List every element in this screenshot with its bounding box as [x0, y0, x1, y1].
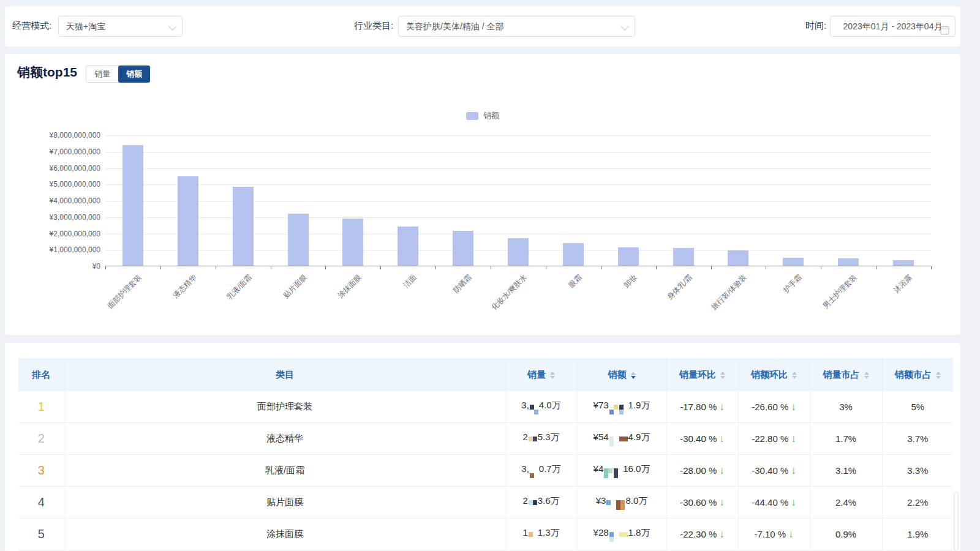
cell-volume-mom: -30.60 %↓ — [666, 487, 738, 519]
value-text: 5.3万 — [538, 432, 560, 442]
table-vertical-scrollbar[interactable] — [954, 492, 959, 551]
date-range-picker[interactable]: 2023年01月 - 2023年04月 — [830, 16, 956, 37]
sort-control[interactable] — [550, 372, 555, 379]
cell-rank: 5 — [18, 519, 64, 550]
censored-mosaic — [609, 532, 618, 542]
date-range-value: 2023年01月 - 2023年04月 — [843, 21, 943, 31]
chevron-down-icon — [168, 23, 176, 31]
x-axis-label: 眼霜 — [567, 272, 584, 290]
cell-amount: ¥544.9万 — [577, 423, 666, 455]
bar[interactable] — [288, 214, 309, 266]
cell-amount-share: 3.7% — [882, 423, 953, 455]
gridline — [105, 152, 931, 152]
rank-number: 3 — [38, 463, 45, 477]
percent-text: -22.80 % — [752, 433, 788, 444]
bar[interactable] — [893, 260, 914, 266]
mosaic-cell — [530, 468, 534, 473]
x-axis-tick — [435, 266, 436, 269]
bar[interactable] — [123, 145, 143, 266]
bar[interactable] — [453, 231, 473, 266]
percent-text: -44.40 % — [752, 497, 788, 508]
gridline — [105, 217, 931, 218]
sort-descending-icon — [631, 376, 636, 379]
y-axis-tick-label: ¥6,000,000,000 — [9, 164, 100, 173]
time-label: 时间: — [805, 20, 826, 32]
sort-control[interactable] — [864, 372, 869, 379]
sort-control[interactable] — [792, 372, 797, 379]
x-axis-label: 涂抹面膜 — [336, 272, 364, 301]
sort-control[interactable] — [631, 372, 636, 379]
x-axis-tick — [656, 266, 657, 269]
mosaic-cell — [534, 405, 538, 410]
mosaic-cell — [529, 441, 533, 446]
bar[interactable] — [783, 258, 804, 266]
mosaic-cell — [529, 500, 533, 505]
mosaic-cell — [616, 505, 620, 510]
business-mode-value: 天猫+淘宝 — [66, 21, 105, 31]
y-axis-tick-label: ¥1,000,000,000 — [9, 246, 100, 254]
chart-legend[interactable]: 销额 — [5, 110, 960, 121]
rank-number: 5 — [38, 527, 45, 541]
mosaic-cell — [619, 437, 624, 441]
column-header-排名: 排名 — [18, 358, 64, 391]
mosaic-cell — [619, 441, 624, 446]
column-header-label: 销额环比 — [751, 369, 788, 380]
mosaic-cell — [533, 505, 537, 510]
column-header-销额市占[interactable]: 销额市占 — [882, 358, 953, 391]
category-rank-table-panel: 排名类目销量销额销量环比销额环比销量市占销额市占 1面部护理套装3,4.0万¥7… — [5, 343, 960, 551]
value-text: 1.9万 — [628, 400, 650, 410]
business-mode-select[interactable]: 天猫+淘宝 — [58, 16, 183, 37]
column-header-销量市占[interactable]: 销量市占 — [810, 358, 882, 391]
value-text: 4.0万 — [539, 400, 561, 410]
x-axis-label: 沐浴露 — [892, 272, 914, 295]
value-text: ¥28 — [594, 527, 609, 538]
toggle-amount-button[interactable]: 销额 — [118, 66, 150, 83]
rank-number: 4 — [38, 495, 45, 509]
value-text: 1.8万 — [628, 527, 650, 538]
column-header-销额环比[interactable]: 销额环比 — [738, 358, 810, 391]
mosaic-cell — [624, 537, 628, 542]
bar[interactable] — [233, 187, 254, 266]
bar[interactable] — [178, 176, 198, 266]
y-axis-tick-label: ¥5,000,000,000 — [9, 180, 100, 189]
bar[interactable] — [342, 219, 363, 266]
mosaic-cell — [614, 410, 618, 414]
sort-ascending-icon — [792, 372, 797, 375]
value-text: ¥54 — [594, 432, 609, 442]
bar[interactable] — [728, 250, 748, 266]
column-header-类目: 类目 — [64, 358, 505, 391]
cell-amount-share: 1.9% — [882, 519, 953, 550]
gridline — [105, 168, 931, 169]
censored-mosaic — [616, 500, 625, 510]
gridline — [105, 184, 931, 185]
category-rank-table: 排名类目销量销额销量环比销额环比销量市占销额市占 1面部护理套装3,4.0万¥7… — [18, 358, 953, 550]
cell-volume: 11.3万 — [505, 519, 577, 550]
table-row: 3乳液/面霜3,0.7万¥416.0万-28.00 %↓-30.40 %↓3.1… — [18, 455, 953, 487]
bar[interactable] — [398, 227, 418, 266]
column-header-销量环比[interactable]: 销量环比 — [666, 358, 738, 391]
sort-control[interactable] — [936, 372, 941, 379]
x-axis-tick — [160, 266, 161, 269]
column-header-销量[interactable]: 销量 — [505, 358, 577, 391]
column-header-label: 销量市占 — [823, 369, 860, 380]
toggle-volume-button[interactable]: 销量 — [86, 66, 119, 83]
cell-volume-share: 1.7% — [810, 423, 882, 455]
industry-category-value: 美容护肤/美体/精油 / 全部 — [406, 21, 503, 31]
x-axis-label: 男士护理套装 — [821, 272, 859, 311]
cell-category: 涂抹面膜 — [64, 519, 505, 550]
bar[interactable] — [618, 247, 639, 266]
mosaic-cell — [529, 537, 533, 542]
bar[interactable] — [563, 243, 584, 266]
cell-amount-share: 5% — [882, 391, 953, 423]
x-axis-label: 防晒霜 — [451, 272, 474, 295]
value-text: ¥3 — [596, 495, 606, 506]
industry-category-select[interactable]: 美容护肤/美体/精油 / 全部 — [398, 16, 635, 37]
trend-down-icon: ↓ — [791, 497, 796, 508]
bar[interactable] — [838, 258, 859, 266]
bar[interactable] — [508, 238, 529, 266]
bar[interactable] — [673, 248, 694, 266]
column-header-销额[interactable]: 销额 — [577, 358, 666, 391]
sort-control[interactable] — [720, 372, 725, 379]
mosaic-cell — [529, 532, 533, 537]
gridline — [105, 201, 931, 201]
